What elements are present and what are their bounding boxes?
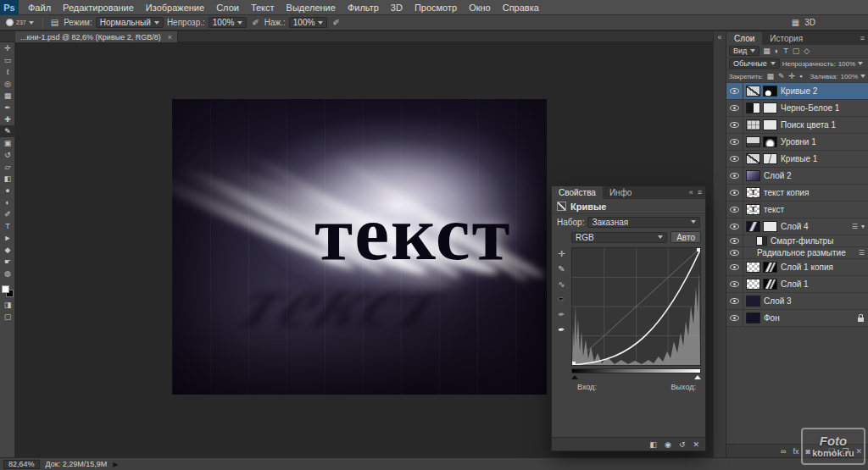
layer-row-layer-1[interactable]: Слой 1 — [726, 276, 868, 293]
document-tab[interactable]: ...кни-1.psd @ 82,6% (Кривые 2, RGB/8) × — [15, 31, 178, 42]
layer-thumbnail[interactable] — [746, 296, 760, 307]
mask-thumbnail[interactable] — [763, 153, 777, 164]
mask-thumbnail[interactable] — [763, 119, 777, 130]
mask-thumbnail[interactable] — [763, 221, 777, 232]
highlight-slider[interactable] — [694, 375, 701, 379]
lock-all-icon[interactable]: ▪ — [798, 72, 803, 80]
menu-type[interactable]: Текст — [245, 0, 281, 15]
panel-menu-icon[interactable]: ≡ — [860, 34, 865, 42]
black-point-eyedropper-icon[interactable]: ✒ — [558, 295, 565, 304]
filter-type-select[interactable]: Вид — [729, 46, 760, 56]
path-selection-tool[interactable]: ► — [0, 232, 15, 244]
mask-thumbnail[interactable] — [763, 279, 777, 290]
history-brush-tool[interactable]: ↺ — [0, 149, 15, 161]
clip-to-layer-icon[interactable]: ◧ — [650, 440, 658, 449]
lock-pixels-icon[interactable]: ✎ — [777, 72, 786, 80]
healing-brush-tool[interactable]: ✚ — [0, 113, 15, 125]
status-options-icon[interactable]: ▶ — [113, 461, 118, 468]
toggle-brush-panel-icon[interactable]: ▤ — [49, 18, 60, 27]
menu-window[interactable]: Окно — [463, 0, 497, 15]
filter-smart-objects-icon[interactable]: ◇ — [803, 47, 810, 55]
airbrush-icon[interactable]: ✐ — [331, 18, 341, 27]
layer-thumbnail[interactable] — [746, 170, 760, 181]
visibility-toggle[interactable] — [726, 259, 743, 275]
layer-row-layer-1-copy[interactable]: Слой 1 копия — [726, 259, 868, 276]
tab-history[interactable]: История — [762, 32, 810, 45]
visibility-toggle[interactable] — [726, 235, 743, 246]
document-image[interactable]: текст текст — [172, 99, 547, 395]
layer-effects-icon[interactable]: fx — [793, 447, 798, 456]
blend-mode-select[interactable]: Нормальный — [96, 17, 164, 28]
toggle-visibility-icon[interactable]: ◉ — [665, 440, 671, 449]
layer-thumbnail[interactable] — [746, 262, 760, 273]
visibility-toggle[interactable] — [726, 276, 743, 292]
opacity-select[interactable]: 100% — [209, 17, 248, 28]
adjustment-thumbnail[interactable] — [746, 136, 760, 147]
visibility-toggle[interactable] — [726, 151, 743, 167]
mask-thumbnail[interactable] — [763, 262, 777, 273]
channel-select[interactable]: RGB — [571, 232, 667, 243]
eyedropper-tool[interactable]: ✒ — [0, 102, 15, 113]
filter-mask-thumbnail[interactable] — [756, 236, 767, 246]
zoom-level-field[interactable]: 82,64% — [3, 460, 40, 469]
mask-thumbnail[interactable] — [763, 102, 777, 113]
fill-value[interactable]: 100% — [841, 73, 858, 80]
layer-opacity-value[interactable]: 100% — [838, 60, 855, 68]
mask-thumbnail[interactable] — [763, 136, 777, 147]
visibility-toggle[interactable] — [726, 293, 743, 309]
adjustment-thumbnail[interactable] — [746, 119, 760, 130]
filter-type-layers-icon[interactable]: T — [782, 47, 789, 55]
foreground-color-swatch[interactable] — [2, 285, 9, 293]
gradient-tool[interactable]: ◧ — [0, 173, 15, 185]
visibility-toggle[interactable] — [726, 202, 743, 218]
pressure-opacity-icon[interactable]: ✐ — [250, 18, 260, 27]
layer-row-layer-4[interactable]: Слой 4 ☰ ▾ — [726, 218, 868, 235]
tab-properties[interactable]: Свойства — [552, 186, 603, 199]
gray-point-eyedropper-icon[interactable]: ✒ — [558, 310, 565, 319]
brush-tool[interactable]: ✎ — [0, 125, 15, 137]
targeted-adjustment-icon[interactable]: ✛ — [558, 249, 565, 258]
flow-select[interactable]: 100% — [289, 17, 328, 28]
brush-preset-picker[interactable]: 237 — [3, 19, 36, 26]
panel-menu-icon[interactable]: ≡ — [698, 188, 702, 196]
menu-layers[interactable]: Слои — [210, 0, 245, 15]
smart-filters-row[interactable]: Смарт-фильтры — [726, 235, 868, 247]
menu-image[interactable]: Изображение — [140, 0, 210, 15]
menu-help[interactable]: Справка — [497, 0, 545, 15]
shadow-slider[interactable] — [571, 375, 578, 379]
visibility-toggle[interactable] — [726, 218, 743, 235]
marquee-tool[interactable]: ▭ — [0, 54, 15, 66]
filter-options-icon[interactable]: ☰ — [859, 249, 865, 257]
pen-tool[interactable]: ✐ — [0, 208, 15, 220]
visibility-toggle[interactable] — [726, 247, 743, 258]
type-tool[interactable]: T — [0, 220, 15, 232]
menu-filter[interactable]: Фильтр — [342, 0, 385, 15]
menu-file[interactable]: Файл — [22, 0, 57, 15]
screen-mode-icon[interactable]: ▢ — [0, 311, 15, 323]
type-layer-thumbnail[interactable]: T — [746, 187, 760, 198]
layer-row-black-white-1[interactable]: Черно-Белое 1 — [726, 100, 868, 117]
layer-row-layer-2[interactable]: Слой 2 — [726, 168, 868, 185]
collapse-panel-icon[interactable]: « — [689, 188, 693, 196]
preset-select[interactable]: Заказная — [587, 217, 700, 228]
hand-tool[interactable]: ☛ — [0, 256, 15, 268]
tab-layers[interactable]: Слои — [726, 32, 762, 45]
visibility-toggle[interactable] — [726, 310, 743, 326]
menu-3d[interactable]: 3D — [385, 0, 409, 15]
auto-button[interactable]: Авто — [670, 231, 701, 243]
white-point-eyedropper-icon[interactable]: ✒ — [558, 325, 565, 335]
layer-row-text[interactable]: T текст — [726, 202, 868, 218]
reset-icon[interactable]: ↺ — [679, 440, 686, 449]
menu-edit[interactable]: Редактирование — [57, 0, 140, 15]
layer-row-text-copy[interactable]: T текст копия — [726, 185, 868, 202]
filter-shape-layers-icon[interactable]: ▢ — [792, 47, 801, 55]
adjustment-thumbnail[interactable] — [746, 86, 760, 97]
tab-info[interactable]: Инфо — [603, 186, 639, 199]
smart-filter-icon[interactable]: ☰ — [852, 223, 858, 230]
layer-row-curves-1[interactable]: Кривые 1 — [726, 151, 868, 168]
lock-transparency-icon[interactable]: ▦ — [766, 72, 776, 80]
layer-row-levels-1[interactable]: Уровни 1 — [726, 134, 868, 151]
curve-point-shadow[interactable] — [572, 362, 576, 365]
delete-adjustment-icon[interactable]: ✕ — [693, 440, 699, 449]
smooth-curve-icon[interactable]: ∿ — [558, 279, 565, 289]
